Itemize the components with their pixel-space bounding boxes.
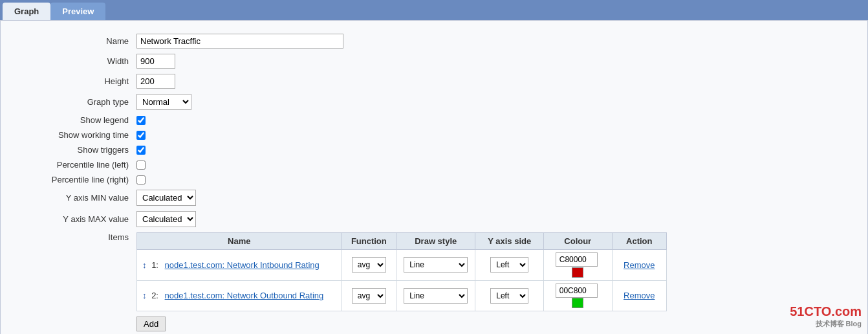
show-legend-row: Show legend <box>20 115 848 125</box>
watermark-sub: 技术博客 Blog <box>790 319 862 329</box>
y-axis-max-select[interactable]: Calculated Fixed Item <box>136 211 196 227</box>
show-working-time-checkbox[interactable] <box>136 131 146 140</box>
colour-swatch[interactable] <box>572 298 583 308</box>
y-axis-max-label: Y axis MAX value <box>20 214 136 224</box>
items-row: Items Name Function Draw style Y axis si… <box>20 232 848 331</box>
draw-style-select[interactable]: LineFilled regionBold lineDotDashed line… <box>404 257 468 273</box>
y-axis-min-label: Y axis MIN value <box>20 193 136 203</box>
col-header-colour: Colour <box>543 233 612 250</box>
show-triggers-row: Show triggers <box>20 145 848 155</box>
remove-link[interactable]: Remove <box>624 291 655 300</box>
sort-arrows-icon[interactable]: ↕ <box>142 260 147 270</box>
items-table: Name Function Draw style Y axis side Col… <box>136 232 667 311</box>
name-input[interactable] <box>136 34 343 49</box>
name-row: Name <box>20 34 848 49</box>
height-row: Height <box>20 74 848 89</box>
height-input[interactable] <box>136 74 175 89</box>
tab-preview[interactable]: Preview <box>50 3 105 20</box>
height-label: Height <box>20 76 136 86</box>
percentile-left-row: Percentile line (left) <box>20 160 848 170</box>
function-select[interactable]: avgminmaxalllast <box>352 288 386 304</box>
row-number: 1: <box>151 260 158 270</box>
y-axis-max-row: Y axis MAX value Calculated Fixed Item <box>20 211 848 227</box>
sort-arrows-icon[interactable]: ↕ <box>142 291 147 300</box>
y-axis-side-select[interactable]: LeftRight <box>490 288 528 304</box>
watermark-text: 51CTO.com <box>790 304 862 319</box>
y-axis-min-select[interactable]: Calculated Fixed Item <box>136 190 196 206</box>
graph-type-row: Graph type Normal Stacked Pie Exploded <box>20 94 848 110</box>
percentile-left-checkbox[interactable] <box>136 161 146 170</box>
show-working-time-label: Show working time <box>20 130 136 140</box>
item-link[interactable]: node1.test.com: Network Intbound Rating <box>165 260 320 270</box>
graph-type-label: Graph type <box>20 97 136 107</box>
tabs-bar: Graph Preview <box>0 0 868 20</box>
colour-input[interactable] <box>556 252 598 267</box>
show-working-time-row: Show working time <box>20 130 848 140</box>
row-number: 2: <box>151 291 158 300</box>
add-button[interactable]: Add <box>136 317 166 331</box>
colour-swatch[interactable] <box>572 267 583 278</box>
tab-graph[interactable]: Graph <box>3 3 50 20</box>
items-label: Items <box>20 232 136 242</box>
percentile-left-label: Percentile line (left) <box>20 160 136 170</box>
colour-input[interactable] <box>556 284 598 298</box>
col-header-action: Action <box>612 233 666 250</box>
width-label: Width <box>20 56 136 66</box>
item-link[interactable]: node1.test.com: Network Outbound Rating <box>165 291 324 300</box>
width-input[interactable] <box>136 54 175 69</box>
function-select[interactable]: avgminmaxalllast <box>352 257 386 273</box>
show-triggers-checkbox[interactable] <box>136 146 146 155</box>
name-label: Name <box>20 36 136 46</box>
show-triggers-label: Show triggers <box>20 145 136 155</box>
watermark: 51CTO.com 技术博客 Blog <box>790 304 862 329</box>
table-row: ↕ 2: node1.test.com: Network Outbound Ra… <box>137 280 667 311</box>
y-axis-side-select[interactable]: LeftRight <box>490 257 528 273</box>
show-legend-checkbox[interactable] <box>136 116 146 125</box>
show-legend-label: Show legend <box>20 115 136 125</box>
percentile-right-label: Percentile line (right) <box>20 175 136 184</box>
remove-link[interactable]: Remove <box>624 260 655 270</box>
col-header-y-axis-side: Y axis side <box>475 233 544 250</box>
percentile-right-checkbox[interactable] <box>136 175 146 184</box>
col-header-function: Function <box>342 233 396 250</box>
draw-style-select[interactable]: LineFilled regionBold lineDotDashed line… <box>404 288 468 304</box>
col-header-draw-style: Draw style <box>396 233 475 250</box>
y-axis-min-row: Y axis MIN value Calculated Fixed Item <box>20 190 848 206</box>
form-content: Name Width Height Graph type Normal Stac… <box>0 20 868 334</box>
graph-type-select[interactable]: Normal Stacked Pie Exploded <box>136 94 191 110</box>
items-container: Name Function Draw style Y axis side Col… <box>136 232 667 331</box>
table-row: ↕ 1: node1.test.com: Network Intbound Ra… <box>137 250 667 281</box>
percentile-right-row: Percentile line (right) <box>20 175 848 184</box>
col-header-name: Name <box>137 233 342 250</box>
width-row: Width <box>20 54 848 69</box>
